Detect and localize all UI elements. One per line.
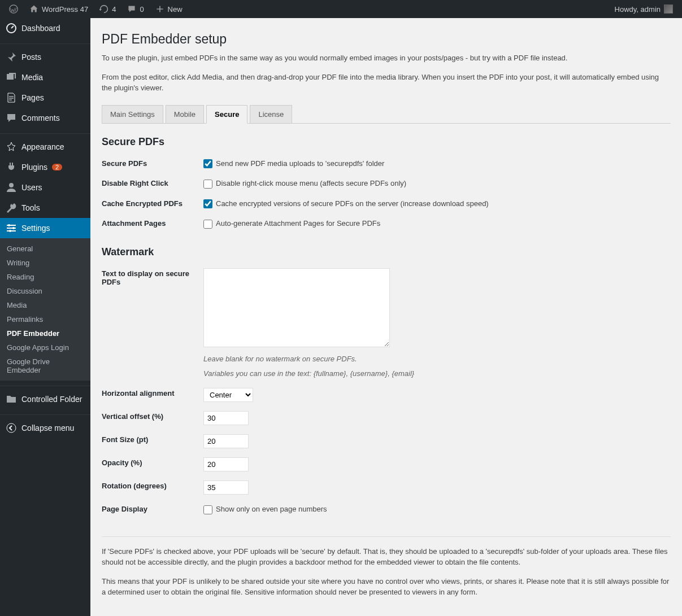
menu-settings[interactable]: Settings [0,218,90,238]
howdy-text: Howdy, admin [615,5,661,14]
sub-google-apps[interactable]: Google Apps Login [0,340,90,355]
sub-media[interactable]: Media [0,298,90,312]
menu-plugins[interactable]: Plugins2 [0,157,90,177]
folder-icon [6,394,17,405]
menu-posts[interactable]: Posts [0,47,90,67]
main-content: PDF Embedder setup To use the plugin, ju… [90,18,682,616]
disable-rc-row[interactable]: Disable right-click mouse menu (affects … [203,179,406,187]
divider [102,536,671,537]
settings-icon [6,222,17,234]
sub-discussion[interactable]: Discussion [0,284,90,298]
admin-bar: WordPress 47 4 0 New Howdy, admin [0,0,682,18]
sub-permalinks[interactable]: Permalinks [0,312,90,326]
fontsize-label: Font Size (pt) [102,430,198,453]
tools-icon [6,202,17,213]
cache-row[interactable]: Cache encrypted versions of secure PDFs … [203,199,489,208]
secure-pdfs-checkbox[interactable] [203,159,212,168]
secure-pdfs-row[interactable]: Send new PDF media uploads to 'securepdf… [203,159,384,168]
media-icon [6,72,17,83]
intro-1: To use the plugin, just embed PDFs in th… [102,53,671,64]
attach-checkbox[interactable] [203,220,212,229]
attach-label: Attachment Pages [102,213,198,234]
comments-count: 0 [140,5,144,14]
attach-row[interactable]: Auto-generate Attachment Pages for Secur… [203,219,380,228]
menu-tools[interactable]: Tools [0,198,90,218]
cache-checkbox[interactable] [203,199,212,208]
wordpress-icon [9,5,18,14]
appearance-icon [6,141,17,152]
svg-point-9 [7,423,16,432]
menu-controlled-folder[interactable]: Controlled Folder [0,389,90,409]
settings-tabs: Main Settings Mobile Secure License [102,105,671,124]
menu-pages[interactable]: Pages [0,88,90,108]
collapse-icon [6,422,17,434]
updates-icon [99,5,108,14]
disable-rc-label: Disable Right Click [102,173,198,194]
pagedisplay-label: Page Display [102,499,198,519]
updates-count: 4 [112,5,116,14]
cache-label: Cache Encrypted PDFs [102,194,198,214]
settings-submenu: General Writing Reading Discussion Media… [0,238,90,381]
menu-users[interactable]: Users [0,177,90,198]
wm-hint2: Variables you can use in the text: {full… [203,368,665,379]
site-name: WordPress 47 [42,5,88,14]
footer-p1: If 'Secure PDFs' is checked above, your … [102,546,671,568]
svg-point-2 [9,183,14,187]
secure-heading: Secure PDFs [102,136,671,148]
tab-mobile[interactable]: Mobile [166,105,204,124]
sub-writing[interactable]: Writing [0,256,90,270]
menu-media[interactable]: Media [0,67,90,88]
page-title: PDF Embedder setup [102,32,671,47]
new-label: New [168,5,183,14]
svg-point-7 [12,227,15,229]
wp-logo[interactable] [5,0,23,18]
sub-general[interactable]: General [0,242,90,256]
watermark-heading: Watermark [102,246,671,258]
rotation-label: Rotation (degrees) [102,476,198,499]
voffset-label: Vertical offset (%) [102,407,198,430]
footer-p2: This means that your PDF is unlikely to … [102,576,671,598]
menu-appearance[interactable]: Appearance [0,137,90,157]
avatar [664,5,673,14]
fontsize-input[interactable] [203,434,249,448]
rotation-input[interactable] [203,480,249,495]
tab-main[interactable]: Main Settings [102,105,163,124]
comment-icon [127,5,136,14]
plus-icon [155,5,164,14]
svg-point-8 [9,230,11,232]
account-link[interactable]: Howdy, admin [610,0,677,18]
sub-pdf-embedder[interactable]: PDF Embedder [0,326,90,340]
dashboard-icon [6,23,17,34]
comments-icon [6,112,17,124]
wm-text-input[interactable] [203,268,390,347]
site-link[interactable]: WordPress 47 [25,0,93,18]
menu-dashboard[interactable]: Dashboard [0,18,90,38]
plugins-badge: 2 [52,164,62,171]
pagedisplay-row[interactable]: Show only on even page numbers [203,505,327,513]
collapse-menu[interactable]: Collapse menu [0,418,90,438]
wm-text-label: Text to display on secure PDFs [102,264,198,384]
tab-license[interactable]: License [250,105,292,124]
disable-rc-checkbox[interactable] [203,180,212,189]
wm-hint1: Leave blank for no watermark on secure P… [203,353,665,365]
updates-link[interactable]: 4 [95,0,120,18]
sub-reading[interactable]: Reading [0,270,90,284]
plugin-icon [6,161,17,173]
pin-icon [6,51,17,63]
page-icon [6,92,17,103]
secure-pdfs-label: Secure PDFs [102,154,198,174]
home-icon [29,5,38,14]
halign-select[interactable]: Center [203,388,253,402]
tab-secure[interactable]: Secure [206,105,247,124]
svg-point-6 [8,224,10,226]
opacity-input[interactable] [203,457,249,471]
halign-label: Horizontal alignment [102,383,198,407]
users-icon [6,182,17,193]
pagedisplay-checkbox[interactable] [203,505,212,514]
sub-google-drive[interactable]: Google Drive Embedder [0,355,90,377]
comments-link[interactable]: 0 [123,0,148,18]
voffset-input[interactable] [203,411,249,425]
admin-sidebar: Dashboard Posts Media Pages Comments App… [0,18,90,616]
new-link[interactable]: New [151,0,187,18]
menu-comments[interactable]: Comments [0,108,90,128]
